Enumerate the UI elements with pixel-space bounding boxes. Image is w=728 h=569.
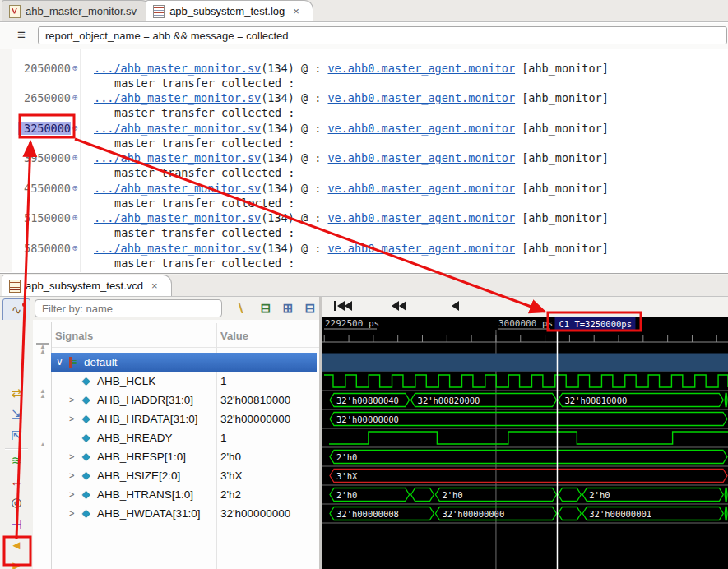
svg-text:32'h00000000: 32'h00000000 — [336, 414, 399, 424]
skip-to-start-icon[interactable] — [334, 301, 352, 311]
hierarchy-path-link[interactable]: ve.ahb0.master_agent.monitor — [327, 211, 515, 224]
signal-icon: ◆ — [82, 447, 90, 466]
close-icon[interactable]: × — [293, 7, 299, 16]
expand-icon[interactable]: ⊕ — [72, 243, 78, 253]
cursor-info-icon[interactable]: ⊣ — [7, 516, 26, 534]
source-file-link[interactable]: .../ahb_master_monitor.sv — [94, 151, 261, 164]
log-filter-input[interactable] — [38, 26, 727, 44]
log-timestamp[interactable]: 5150000 — [18, 211, 71, 224]
signal-row-AHB_HCLK[interactable]: ◆AHB_HCLK1 — [51, 372, 317, 391]
zoom-out-icon[interactable]: ⇱ — [7, 427, 26, 445]
source-file-link[interactable]: .../ahb_master_monitor.sv — [94, 242, 261, 255]
log-text: (134) @ : — [261, 211, 327, 224]
chevron-right-icon[interactable]: > — [69, 504, 74, 523]
hierarchy-path-link[interactable]: ve.ahb0.master_agent.monitor — [327, 151, 515, 164]
hierarchy-path-link[interactable]: ve.ahb0.master_agent.monitor — [327, 122, 515, 135]
log-message-detail: master transfer collected : — [114, 136, 294, 150]
signal-row-AHB_HSIZE[2:0][interactable]: >◆AHB_HSIZE[2:0]3'hX — [51, 466, 317, 485]
source-file-link[interactable]: .../ahb_master_monitor.sv — [94, 211, 261, 224]
tab-apb_subsystem_test.vcd[interactable]: apb_subsystem_test.vcd× — [2, 275, 172, 296]
sync-selection-icon[interactable]: ⇄ — [7, 384, 26, 402]
signal-row-AHB_HRESP[1:0][interactable]: >◆AHB_HRESP[1:0]2'h0 — [51, 447, 317, 466]
hierarchy-path-link[interactable]: ve.ahb0.master_agent.monitor — [327, 91, 515, 104]
signal-row-AHB_HRDATA[31:0][interactable]: >◆AHB_HRDATA[31:0]32'h00000000 — [51, 409, 317, 428]
expand-icon[interactable]: ⊕ — [72, 183, 78, 193]
scroll-marker-icon[interactable]: ▲▲ — [36, 343, 49, 354]
signal-icon: ◆ — [82, 409, 90, 428]
waveform-canvas[interactable]: 32'h0080004032'h0082000032'h00810000332'… — [322, 317, 728, 569]
expand-all-icon[interactable]: ⊞ — [279, 300, 297, 317]
chevron-down-icon[interactable]: ∨ — [56, 353, 63, 372]
wave-tab-bar: apb_subsystem_test.vcd× — [0, 275, 728, 297]
log-message-detail: master transfer collected : — [114, 226, 294, 239]
scroll-marker-icon[interactable]: ▲ — [36, 442, 49, 447]
tab-ahb_master_monitor.sv[interactable]: ahb_master_monitor.sv — [2, 0, 151, 21]
source-file-link[interactable]: .../ahb_master_monitor.sv — [94, 122, 261, 135]
svg-text:2'h0: 2'h0 — [442, 490, 462, 500]
signal-name: AHB_HCLK — [97, 372, 155, 391]
signal-row-AHB_HTRANS[1:0][interactable]: >◆AHB_HTRANS[1:0]2'h2 — [51, 485, 317, 504]
signal-icon: ◆ — [82, 504, 90, 523]
chevron-right-icon[interactable]: > — [69, 485, 74, 504]
wave-measure-icon[interactable]: ≋ — [7, 451, 26, 470]
hierarchy-path-link[interactable]: ve.ahb0.master_agent.monitor — [327, 242, 515, 255]
tab-apb_subsystem_test.log[interactable]: apb_subsystem_test.log× — [146, 0, 313, 21]
next-edge-icon[interactable]: ► — [7, 557, 26, 569]
signal-row-default[interactable]: ∨≡default — [51, 353, 317, 372]
search-value-icon[interactable]: ◎ — [7, 493, 26, 511]
expand-icon[interactable]: ⊕ — [72, 123, 78, 133]
signal-icon: ◆ — [82, 428, 90, 447]
expand-icon[interactable]: ⊕ — [72, 62, 78, 73]
expand-icon[interactable]: ⊕ — [72, 152, 78, 163]
log-text: [ahb_monitor] — [515, 242, 609, 255]
editor-tab-bar: ahb_master_monitor.svapb_subsystem_test.… — [0, 0, 728, 22]
log-text: (134) @ : — [261, 122, 327, 135]
log-timestamp[interactable]: 2050000 — [18, 62, 71, 75]
fast-rewind-icon[interactable] — [392, 301, 406, 311]
source-file-link[interactable]: .../ahb_master_monitor.sv — [94, 91, 261, 104]
chevron-right-icon[interactable]: > — [69, 447, 74, 466]
expand-icon[interactable]: ⊕ — [72, 212, 78, 223]
chevron-right-icon[interactable]: > — [69, 391, 74, 409]
timeline-label: 3000000 ps — [498, 318, 553, 329]
signal-filter-input[interactable] — [35, 299, 222, 317]
signal-row-AHB_HREADY[interactable]: ◆AHB_HREADY1 — [51, 428, 317, 447]
expand-icon[interactable]: ⊕ — [72, 92, 78, 103]
log-timestamp[interactable]: 2650000 — [18, 91, 71, 104]
log-view[interactable]: 2050000⊕.../ahb_master_monitor.sv(134) @… — [0, 49, 728, 272]
signal-value: 1 — [220, 372, 227, 391]
source-file-link[interactable]: .../ahb_master_monitor.sv — [94, 62, 261, 75]
value-column-header: Value — [220, 330, 248, 342]
log-entry: 3250000⊕.../ahb_master_monitor.sv(134) @… — [0, 122, 728, 152]
wave-row-AHB_HRDATA[31:0]: 32'h00000000 — [330, 413, 727, 426]
log-timestamp[interactable]: 3250000 — [18, 122, 71, 135]
zoom-in-icon[interactable]: ⇲ — [7, 405, 26, 423]
signal-row-AHB_HWDATA[31:0][interactable]: >◆AHB_HWDATA[31:0]32'h00000000 — [51, 504, 317, 523]
link-with-editor-icon[interactable]: ⊟ — [257, 300, 275, 317]
signal-row-AHB_HADDR[31:0][interactable]: >◆AHB_HADDR[31:0]32'h00810000 — [51, 391, 317, 409]
svg-text:2'h0: 2'h0 — [336, 490, 357, 500]
clear-filter-icon[interactable]: ∖ — [231, 300, 249, 317]
log-message-line: .../ahb_master_monitor.sv(134) @ : ve.ah… — [94, 242, 609, 255]
wave-toolbar-vertical: ⇄⇲⇱≋↔◎⊣◄►▤ — [0, 320, 34, 569]
prev-edge-icon[interactable]: ◄ — [7, 536, 26, 554]
chevron-right-icon[interactable]: > — [69, 466, 74, 485]
cursor-range-icon[interactable]: ↔ — [7, 473, 26, 491]
log-timestamp[interactable]: 3950000 — [18, 151, 71, 164]
source-file-link[interactable]: .../ahb_master_monitor.sv — [94, 182, 261, 195]
svg-text:32'h00810000: 32'h00810000 — [564, 396, 627, 405]
step-back-icon[interactable] — [452, 301, 459, 311]
log-text: [ahb_monitor] — [515, 211, 609, 224]
log-timestamp[interactable]: 5850000 — [18, 242, 71, 255]
signal-name: AHB_HSIZE[2:0] — [97, 466, 180, 485]
collapse-all-icon[interactable]: ⊟ — [301, 300, 319, 317]
close-icon[interactable]: × — [151, 282, 158, 290]
svg-text:32'h00800040: 32'h00800040 — [336, 396, 399, 405]
chevron-right-icon[interactable]: > — [69, 409, 74, 428]
menu-icon[interactable]: ≡ — [12, 27, 31, 44]
signal-value: 32'h00000000 — [220, 504, 290, 523]
hierarchy-path-link[interactable]: ve.ahb0.master_agent.monitor — [327, 62, 515, 75]
scroll-marker-icon[interactable]: ▲▲ — [36, 389, 49, 399]
log-timestamp[interactable]: 4550000 — [18, 182, 71, 195]
hierarchy-path-link[interactable]: ve.ahb0.master_agent.monitor — [327, 182, 515, 195]
